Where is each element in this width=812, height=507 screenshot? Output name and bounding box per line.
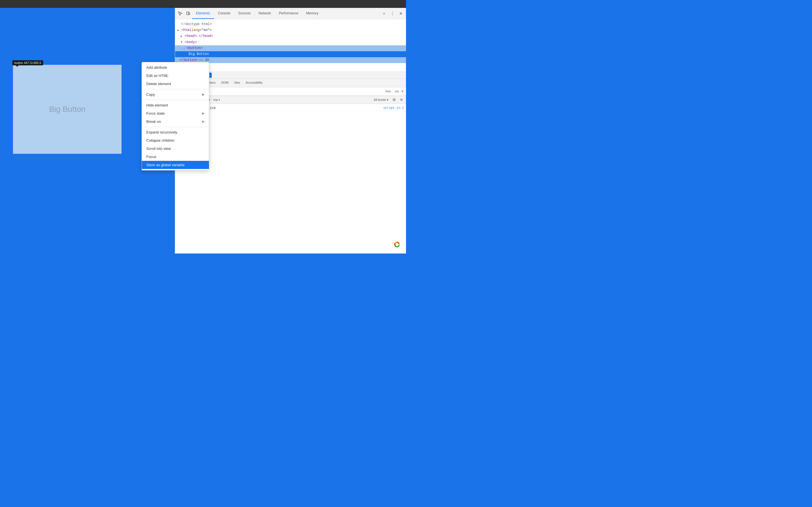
console-level-selector[interactable]: All levels ▾ — [374, 98, 389, 102]
svg-rect-0 — [187, 12, 189, 15]
html-line-head[interactable]: ▶ <head>…</head> — [175, 33, 406, 39]
settings-button[interactable]: ⋮ — [389, 10, 396, 17]
more-tabs-button[interactable]: » — [380, 10, 388, 17]
context-menu-sep2 — [142, 100, 209, 100]
svg-point-9 — [396, 243, 399, 246]
context-menu-scroll-into-view[interactable]: Scroll into view — [142, 145, 209, 153]
console-settings-button[interactable] — [391, 97, 397, 103]
html-line-button-content[interactable]: Big Button — [175, 51, 406, 57]
filter-bar: :hov .cls + — [175, 87, 406, 96]
html-line-dots[interactable]: ... <button> — [175, 45, 406, 51]
html-line-button-close[interactable]: </button> == $0 — [175, 57, 406, 63]
html-line-html[interactable]: ▶ <html lang="en"> — [175, 27, 406, 33]
hov-button[interactable]: :hov — [384, 89, 392, 94]
panel-tab-properties[interactable]: rties — [231, 79, 243, 87]
tab-memory[interactable]: Memory — [302, 8, 322, 19]
filter-right: :hov .cls + — [384, 89, 404, 94]
console-input[interactable] — [181, 112, 404, 116]
break-on-arrow-icon: ▶ — [202, 120, 204, 123]
context-menu-expand-recursively[interactable]: Expand recursively — [142, 128, 209, 136]
context-menu-delete-element[interactable]: Delete element — [142, 80, 209, 88]
big-button[interactable]: Big Button — [12, 64, 122, 154]
svg-rect-1 — [189, 13, 190, 15]
console-prompt: › — [177, 112, 404, 116]
devtools-toolbar-right: » ⋮ ✕ — [380, 10, 405, 17]
tab-console[interactable]: Console — [214, 8, 234, 19]
inspect-button[interactable] — [176, 10, 184, 17]
tab-elements[interactable]: Elements — [192, 8, 214, 19]
console-context: top ▾ — [213, 98, 220, 101]
console-toolbar: ⋮ Console — [175, 96, 406, 104]
svg-point-6 — [394, 99, 395, 101]
devtools-tabs: Elements Console Sources Network Perform… — [192, 8, 380, 19]
context-menu-edit-as-html[interactable]: Edit as HTML — [142, 71, 209, 80]
context-menu-hide-element[interactable]: Hide element — [142, 101, 209, 109]
chrome-logo — [393, 240, 402, 249]
copy-arrow-icon: ▶ — [202, 93, 204, 96]
tab-network[interactable]: Network — [255, 8, 275, 19]
close-devtools-button[interactable]: ✕ — [397, 10, 405, 17]
context-menu-copy[interactable]: Copy ▶ — [142, 91, 209, 99]
devtools-panel: Elements Console Sources Network Perform… — [175, 8, 406, 253]
html-line-doctype[interactable]: <!doctype html> — [175, 21, 406, 27]
context-menu-force-state[interactable]: Force state ▶ — [142, 109, 209, 117]
devtools-toolbar: Elements Console Sources Network Perform… — [175, 8, 406, 19]
elements-panel: <!doctype html> ▶ <html lang="en"> ▶ <he… — [175, 19, 406, 253]
context-menu-add-attribute[interactable]: Add attribute — [142, 63, 209, 71]
big-button-label: Big Button — [49, 105, 86, 114]
console-area: ⋮ Console — [175, 96, 406, 254]
panel-tabs: Styles Event Listeners DOM rties Accessi… — [175, 79, 406, 87]
html-line-body[interactable]: ▼ <body> — [175, 40, 406, 45]
panel-tab-accessibility[interactable]: Accessibility — [243, 79, 265, 87]
browser-top-bar — [0, 0, 406, 8]
context-menu-break-on[interactable]: Break on ▶ — [142, 117, 209, 126]
context-menu-collapse-children[interactable]: Collapse children — [142, 136, 209, 145]
panel-tab-dom[interactable]: DOM — [218, 79, 232, 87]
context-menu-focus[interactable]: Focus — [142, 153, 209, 161]
console-context-label: top — [213, 98, 218, 101]
console-log-source[interactable]: script.js:2 — [383, 106, 404, 110]
html-line-body-close[interactable]: </body> — [175, 63, 406, 69]
tab-sources[interactable]: Sources — [234, 8, 255, 19]
console-close-button[interactable]: ✕ — [399, 97, 404, 103]
force-state-arrow-icon: ▶ — [202, 112, 204, 115]
cls-button[interactable]: .cls — [393, 89, 400, 94]
console-content: thank you for click script.js:2 › — [175, 104, 406, 254]
device-toggle-button[interactable] — [184, 10, 192, 17]
console-log-entry: thank you for click script.js:2 — [177, 106, 404, 111]
context-menu-sep1 — [142, 89, 209, 89]
tab-performance[interactable]: Performance — [275, 8, 302, 19]
context-menu: Add attribute Edit as HTML Delete elemen… — [142, 62, 209, 170]
element-tooltip: button 447.3×365.5 — [12, 60, 43, 65]
breadcrumb-bar: html body button — [175, 71, 406, 79]
html-tree: <!doctype html> ▶ <html lang="en"> ▶ <he… — [175, 19, 406, 71]
context-menu-sep3 — [142, 127, 209, 127]
context-menu-store-as-global[interactable]: Store as global variable — [142, 161, 209, 169]
add-style-button[interactable]: + — [401, 89, 404, 94]
